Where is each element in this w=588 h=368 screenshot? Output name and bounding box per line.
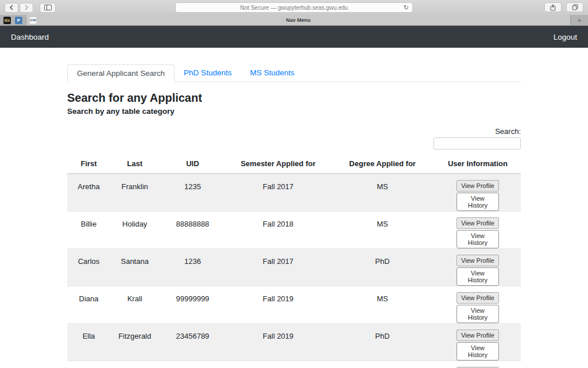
search-input[interactable] <box>434 137 521 150</box>
forward-icon <box>24 5 29 10</box>
page-subtitle: Search by any table category <box>67 107 521 116</box>
app-navbar: Dashboard Logout <box>0 26 588 48</box>
tab-title: Nav Menu <box>26 17 570 23</box>
table-row: Diana Krall 99999999 Fall 2019 MS View P… <box>67 286 521 324</box>
cell-uid: 23456789 <box>159 324 226 361</box>
reload-icon[interactable]: ↻ <box>404 4 409 12</box>
cell-uid: 77777777 <box>159 361 226 368</box>
view-profile-button[interactable]: View Profile <box>457 255 499 266</box>
view-history-button[interactable]: View History <box>457 230 499 248</box>
cell-semester: Spring 2014 <box>226 361 330 368</box>
back-button[interactable] <box>5 3 18 13</box>
cell-last: Santana <box>110 249 159 286</box>
cell-user-information: View Profile View History <box>435 212 521 249</box>
cell-last: Franklin <box>110 174 159 212</box>
cell-semester: Fall 2017 <box>226 249 330 286</box>
new-tab-button[interactable]: + <box>571 15 588 25</box>
view-profile-button[interactable]: View Profile <box>457 180 499 191</box>
share-button[interactable] <box>544 2 562 12</box>
cell-first: Aretha <box>67 174 110 212</box>
cell-last: Clapton <box>110 361 159 368</box>
cell-user-information: View Profile View History <box>435 286 521 324</box>
tab-phd-students[interactable]: PhD Students <box>175 64 241 82</box>
back-icon <box>9 5 14 10</box>
cell-semester: Fall 2017 <box>226 174 330 212</box>
share-icon <box>550 4 556 11</box>
cell-first: Ella <box>67 324 110 361</box>
blackboard-favicon: Bb <box>5 18 10 22</box>
cell-uid: 99999999 <box>159 286 226 324</box>
cell-user-information: View Profile View History <box>435 174 521 212</box>
content-tabs: General Applicant Search PhD Students MS… <box>67 64 521 82</box>
page-title: Search for any Applicant <box>67 91 521 105</box>
browser-chrome: Not Secure — gwupyterhub.seas.gwu.edu ↻ <box>0 0 588 15</box>
pinned-tab-piazza[interactable]: P <box>15 17 22 24</box>
view-history-button[interactable]: View History <box>457 342 499 361</box>
cell-user-information: View Profile View History <box>435 361 521 368</box>
cell-degree: PhD <box>330 249 435 286</box>
column-header-first: First <box>67 154 110 174</box>
view-profile-button[interactable]: View Profile <box>457 217 499 229</box>
view-profile-button[interactable]: View Profile <box>457 292 499 304</box>
cell-uid: 1235 <box>159 174 226 212</box>
cell-first: Diana <box>67 286 110 324</box>
column-header-uid: UID <box>159 154 226 174</box>
sidebar-icon <box>44 5 52 10</box>
column-header-degree: Degree Applied for <box>330 154 435 174</box>
cell-degree: MS <box>330 361 435 368</box>
view-history-button[interactable]: View History <box>457 305 499 323</box>
cell-semester: Fall 2018 <box>226 212 330 249</box>
logout-link[interactable]: Logout <box>554 33 577 41</box>
cell-last: Fitzgerald <box>110 324 159 361</box>
cell-degree: MS <box>330 286 435 324</box>
cell-first: Carlos <box>67 249 110 286</box>
tab-overview-button[interactable] <box>566 2 583 12</box>
cell-uid: 88888888 <box>159 212 226 249</box>
address-bar[interactable]: Not Secure — gwupyterhub.seas.gwu.edu ↻ <box>175 2 413 13</box>
table-row: Ella Fitzgerald 23456789 Fall 2019 PhD V… <box>67 324 521 361</box>
column-header-userinfo: User Information <box>435 154 521 174</box>
page-content: General Applicant Search PhD Students MS… <box>0 48 588 368</box>
applicant-table: First Last UID Semester Applied for Degr… <box>67 154 521 368</box>
tab-ms-students[interactable]: MS Students <box>241 64 303 82</box>
column-header-last: Last <box>110 154 159 174</box>
cell-first: Eric <box>67 361 110 368</box>
view-history-button[interactable]: View History <box>457 193 499 211</box>
table-row: Billie Holiday 88888888 Fall 2018 MS Vie… <box>67 212 521 249</box>
view-history-button[interactable]: View History <box>457 267 499 286</box>
table-row: Eric Clapton 77777777 Spring 2014 MS Vie… <box>67 361 521 368</box>
cell-last: Holiday <box>110 212 159 249</box>
cell-semester: Fall 2019 <box>226 324 330 361</box>
cell-degree: MS <box>330 174 435 212</box>
navbar-brand-dashboard[interactable]: Dashboard <box>11 33 49 41</box>
forward-button[interactable] <box>20 3 33 13</box>
cell-degree: PhD <box>330 324 435 361</box>
cell-first: Billie <box>67 212 110 249</box>
table-header-row: First Last UID Semester Applied for Degr… <box>67 154 521 174</box>
cell-user-information: View Profile View History <box>435 324 521 361</box>
view-profile-button[interactable]: View Profile <box>457 329 499 341</box>
tab-general-applicant-search[interactable]: General Applicant Search <box>67 64 175 82</box>
active-browser-tab[interactable]: GW Nav Menu <box>26 15 571 25</box>
cell-degree: MS <box>330 212 435 249</box>
applicant-table-body: Aretha Franklin 1235 Fall 2017 MS View P… <box>67 174 521 368</box>
piazza-favicon: P <box>17 18 20 23</box>
table-row: Carlos Santana 1236 Fall 2017 PhD View P… <box>67 249 521 286</box>
cell-uid: 1236 <box>159 249 226 286</box>
plus-icon: + <box>577 17 582 24</box>
cell-last: Krall <box>110 286 159 324</box>
cell-semester: Fall 2019 <box>226 286 330 324</box>
pinned-tab-blackboard[interactable]: Bb <box>3 17 11 24</box>
sidebar-toggle-button[interactable] <box>40 3 56 13</box>
cell-user-information: View Profile View History <box>435 249 521 286</box>
table-row: Aretha Franklin 1235 Fall 2017 MS View P… <box>67 174 521 212</box>
tabs-overview-icon <box>572 4 578 10</box>
search-label: Search: <box>495 127 521 136</box>
browser-tab-bar: Bb P GW Nav Menu + <box>0 15 588 26</box>
url-text: Not Secure — gwupyterhub.seas.gwu.edu <box>240 5 347 11</box>
column-header-semester: Semester Applied for <box>226 154 330 174</box>
